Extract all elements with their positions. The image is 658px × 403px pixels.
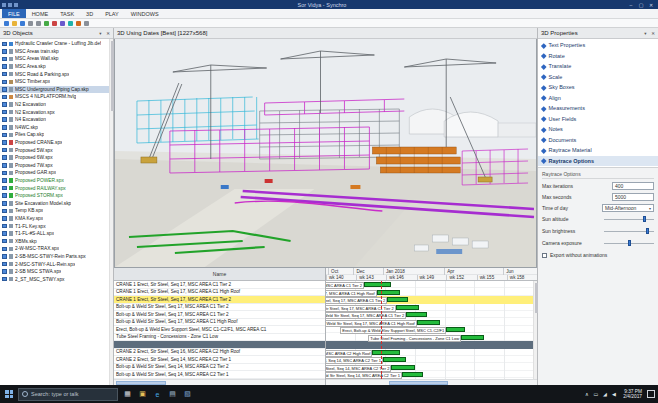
tree-item-checkbox[interactable] — [2, 117, 7, 122]
tree-item-checkbox[interactable] — [2, 262, 7, 267]
gantt-task-row[interactable]: Tube Steel Framing - Concessions - Zone … — [114, 334, 325, 342]
camera-exposure-slider[interactable] — [604, 239, 654, 247]
tree-item-checkbox[interactable] — [2, 224, 7, 229]
tree-item[interactable]: Proposed CRANE.spx — [0, 139, 113, 147]
properties-item[interactable]: Raytrace Material — [538, 145, 658, 156]
ribbon-tool-settings[interactable] — [84, 21, 89, 26]
tree-item-checkbox[interactable] — [2, 171, 7, 176]
gantt-names-scrollbar[interactable] — [114, 379, 325, 385]
tree-item-checkbox[interactable] — [2, 186, 7, 191]
properties-item[interactable]: Documents — [538, 135, 658, 146]
properties-item[interactable]: User Fields — [538, 114, 658, 125]
gantt-chart-area[interactable]: CRANE 1 Erect, Str Steel, Seq 17, MSC AR… — [326, 281, 537, 379]
photos-icon[interactable]: ▧ — [180, 385, 195, 403]
panel-close-icon[interactable]: ✕ — [651, 31, 655, 36]
task-view-icon[interactable]: ▦ — [120, 385, 135, 403]
quick-access-save-icon[interactable] — [8, 3, 12, 7]
tree-item[interactable]: Piles Cap.skp — [0, 131, 113, 139]
tree-item[interactable]: Proposed POWER.spx — [0, 177, 113, 185]
time-of-day-select[interactable]: Mid-Afternoon ▾ — [602, 204, 654, 212]
ribbon-tool-undo[interactable] — [28, 21, 33, 26]
gantt-task-row[interactable]: CRANE 1 Erect, Str Steel, Seq 17, MSC AR… — [114, 289, 325, 297]
properties-item[interactable]: Measurements — [538, 103, 658, 114]
tree-item[interactable]: Site Excavation Model.skp — [0, 199, 113, 207]
max-iterations-input[interactable]: 400 — [612, 182, 654, 190]
tree-item[interactable]: Proposed GAR.spx — [0, 169, 113, 177]
tree-item-checkbox[interactable] — [2, 57, 7, 62]
properties-item[interactable]: Sky Boxes — [538, 82, 658, 93]
gantt-bar[interactable] — [406, 312, 427, 317]
gantt-task-row[interactable]: Bolt-up & Weld Str Steel, Seq 14, MSC AR… — [114, 371, 325, 379]
tree-item[interactable]: MSC Areas Wall.skp — [0, 55, 113, 63]
properties-item[interactable]: Translate — [538, 61, 658, 72]
tree-item-checkbox[interactable] — [2, 163, 7, 168]
tree-item[interactable]: Proposed 5W.spx — [0, 146, 113, 154]
tree-item-checkbox[interactable] — [2, 254, 7, 259]
gantt-task-row[interactable]: CRANE 1 Erect, Str Steel, Seq 17, MSC AR… — [114, 281, 325, 289]
sun-brightness-slider[interactable] — [604, 227, 654, 235]
tree-item-checkbox[interactable] — [2, 155, 7, 160]
tree-item[interactable]: 2-MSC-STWY-ALL-Rein.spx — [0, 260, 113, 268]
gantt-bar[interactable] — [372, 350, 399, 355]
gantt-name-column-header[interactable]: Name — [114, 268, 325, 281]
ribbon-tab[interactable]: PLAY — [99, 9, 125, 18]
tree-item[interactable]: 2-W-MSC-TRAX.spx — [0, 245, 113, 253]
network-icon[interactable]: ◢ — [600, 385, 609, 403]
gantt-bar[interactable] — [461, 335, 484, 340]
gantt-bar[interactable] — [387, 297, 408, 302]
gantt-bar[interactable] — [383, 357, 406, 362]
tree-item[interactable]: T1-FL Key.spx — [0, 222, 113, 230]
tree-item-checkbox[interactable] — [2, 201, 7, 206]
gantt-task-row[interactable]: Bolt-up & Weld Str Steel, Seq 17, MSC AR… — [114, 311, 325, 319]
gantt-task-row[interactable]: Bolt-up & Weld Str Steel, Seq 17, MSC AR… — [114, 319, 325, 327]
gantt-task-row[interactable]: Bolt-up & Weld Str Steel, Seq 14, MSC AR… — [114, 364, 325, 372]
tree-item[interactable]: Proposed STORM.spx — [0, 192, 113, 200]
ribbon-tool-zoom[interactable] — [68, 21, 73, 26]
tree-item-checkbox[interactable] — [2, 42, 7, 47]
tree-item-checkbox[interactable] — [2, 49, 7, 54]
tree-item[interactable]: MSC Underground Piping Cap.skp — [0, 86, 113, 94]
start-button[interactable] — [0, 385, 18, 403]
tree-item[interactable]: N2 Excavation.spx — [0, 108, 113, 116]
tree-item[interactable]: 2-SB MSC STWA.spx — [0, 268, 113, 276]
sun-altitude-slider[interactable] — [604, 215, 654, 223]
tree-item-checkbox[interactable] — [2, 231, 7, 236]
gantt-bar[interactable] — [391, 365, 414, 370]
battery-icon[interactable]: ▭ — [591, 385, 600, 403]
ribbon-tab[interactable]: HOME — [26, 9, 55, 18]
ribbon-tool-focus-time[interactable] — [76, 21, 81, 26]
gantt-task-row[interactable]: Bolt-up & Weld Str Steel, Seq 17, MSC AR… — [114, 304, 325, 312]
panel-close-icon[interactable]: ✕ — [106, 31, 110, 36]
tree-item-checkbox[interactable] — [2, 178, 7, 183]
tree-item[interactable]: Temp KB.spx — [0, 207, 113, 215]
ribbon-tab[interactable]: WINDOWS — [125, 9, 165, 18]
tree-item-checkbox[interactable] — [2, 239, 7, 244]
tree-item[interactable]: MSC Area.skp — [0, 63, 113, 71]
tree-item[interactable]: Proposed RAILWAY.spx — [0, 184, 113, 192]
edge-icon[interactable]: e — [150, 385, 165, 403]
tree-item-checkbox[interactable] — [2, 110, 7, 115]
tree-item[interactable]: MSC Areas train.skp — [0, 48, 113, 56]
gantt-task-row[interactable]: CRANE 1 Erect, Str Steel, Seq 17, MSC AR… — [114, 296, 325, 304]
tree-item[interactable]: T1-FL-#S-ALL.spx — [0, 230, 113, 238]
ribbon-tab[interactable]: TASK — [54, 9, 80, 18]
tree-item-checkbox[interactable] — [2, 148, 7, 153]
properties-item[interactable]: Align — [538, 93, 658, 104]
tree-item-checkbox[interactable] — [2, 247, 7, 252]
gantt-task-row[interactable]: Erect, Bolt-up & Weld Elev Support Steel… — [114, 326, 325, 334]
tree-item[interactable]: N2 Excavation — [0, 101, 113, 109]
notification-center-icon[interactable] — [647, 390, 655, 398]
tree-item[interactable]: Hydraulic Crawler Crane - Luffing Jib.de… — [0, 40, 113, 48]
store-icon[interactable]: ▤ — [165, 385, 180, 403]
ribbon-tool-open[interactable] — [12, 21, 17, 26]
gantt-bar[interactable] — [396, 305, 419, 310]
tree-item[interactable]: 2-SB-MSC-STWY-Rein Parts.spx — [0, 253, 113, 261]
minimize-button[interactable]: – — [626, 2, 636, 8]
gantt-task-row[interactable] — [114, 341, 325, 349]
volume-icon[interactable]: ◀ — [609, 385, 618, 403]
gantt-task-row[interactable]: CRANE 2 Erect, Str Steel, Seq 14, MSC AR… — [114, 356, 325, 364]
gantt-bar[interactable] — [402, 372, 423, 377]
ribbon-tab[interactable]: 3D — [80, 9, 99, 18]
tree-item[interactable]: Proposed 6W.spx — [0, 154, 113, 162]
ribbon-tool-save[interactable] — [20, 21, 25, 26]
